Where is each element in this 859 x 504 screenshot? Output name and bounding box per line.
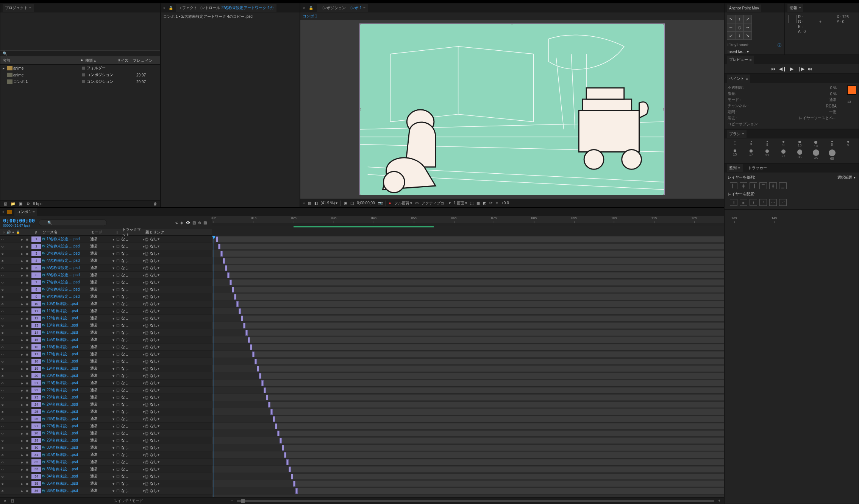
parent-dropdown[interactable]: @なし — [145, 481, 176, 486]
anchor-cell[interactable]: → — [743, 23, 752, 31]
track-matte-dropdown[interactable]: なし — [121, 452, 145, 457]
layer-bar[interactable] — [223, 258, 225, 264]
track-row[interactable] — [212, 480, 724, 487]
layer-bar[interactable] — [289, 467, 291, 472]
current-time-display[interactable]: 0;00;00;00 — [3, 218, 35, 224]
align-to-dropdown[interactable]: 選択範囲 ▾ — [837, 175, 856, 180]
channel-icon[interactable]: ● — [389, 201, 391, 205]
track-matte-dropdown[interactable]: なし — [121, 323, 145, 328]
brush-preset[interactable]: 9 — [776, 141, 791, 148]
visibility-toggle[interactable] — [0, 237, 5, 241]
track-matte-dropdown[interactable]: なし — [121, 474, 145, 479]
layer-source[interactable]: Ps8/名称未設定….psd — [42, 287, 90, 292]
blend-mode-dropdown[interactable]: 通常 — [90, 445, 114, 450]
track-row[interactable] — [212, 315, 724, 322]
zoom-in-icon[interactable]: + — [717, 498, 722, 504]
blend-mode-dropdown[interactable]: 通常 — [90, 438, 114, 443]
pickwhip-icon[interactable]: @ — [145, 324, 148, 328]
tracker-tab[interactable]: トラッカー — [746, 164, 769, 172]
blend-mode-dropdown[interactable]: 通常 — [90, 359, 114, 364]
comp-tool-2-icon[interactable]: ▦ — [476, 201, 480, 205]
pickwhip-icon[interactable]: @ — [145, 403, 148, 407]
track-row[interactable] — [212, 272, 724, 279]
zoom-out-icon[interactable]: − — [230, 498, 235, 504]
blend-mode-dropdown[interactable]: 通常 — [90, 488, 114, 493]
track-row[interactable] — [212, 344, 724, 351]
new-comp-icon[interactable]: ▣ — [18, 201, 23, 207]
track-matte-dropdown[interactable]: なし — [121, 380, 145, 386]
parent-dropdown[interactable]: @なし — [145, 366, 176, 371]
dist-4-icon[interactable]: ⋮ — [759, 199, 767, 206]
project-search-input[interactable] — [7, 51, 158, 56]
layer-row[interactable]: ▸■ 19 Ps19/名称未設….psd 通常 ☐ なし @なし — [0, 365, 212, 372]
layer-row[interactable]: ▸■ 5 Ps5/名称未設定….psd 通常 ☐ なし @なし — [0, 264, 212, 272]
pickwhip-icon[interactable]: @ — [145, 424, 148, 428]
composition-viewer[interactable] — [300, 20, 724, 199]
brush-preset[interactable]: 21 — [760, 149, 775, 160]
align-vcenter-icon[interactable]: ╋ — [769, 182, 777, 189]
views-dropdown[interactable]: 1 画面 ▾ — [454, 201, 467, 206]
layer-source[interactable]: Ps35/名称未設….psd — [42, 481, 90, 486]
blend-mode-dropdown[interactable]: 通常 — [90, 280, 114, 285]
blend-mode-dropdown[interactable]: 通常 — [90, 373, 114, 378]
blend-mode-dropdown[interactable]: 通常 — [90, 409, 114, 414]
anchor-cell[interactable]: ↑ — [735, 15, 743, 23]
blend-mode-dropdown[interactable]: 通常 — [90, 316, 114, 321]
layer-row[interactable]: ▸■ 29 Ps29/名称未設….psd 通常 ☐ なし @なし — [0, 437, 212, 444]
track-row[interactable] — [212, 451, 724, 459]
dist-5-icon[interactable]: ⋯ — [769, 199, 777, 206]
layer-source[interactable]: Ps30/名称未設….psd — [42, 445, 90, 450]
track-row[interactable] — [212, 387, 724, 394]
track-row[interactable] — [212, 250, 724, 257]
parent-dropdown[interactable]: @なし — [145, 395, 176, 400]
visibility-toggle[interactable] — [0, 338, 5, 342]
blend-mode-dropdown[interactable]: 通常 — [90, 402, 114, 407]
playhead[interactable] — [214, 236, 214, 497]
shy-icon[interactable]: 👁‍🗨 — [186, 221, 190, 225]
layer-row[interactable]: ▸■ 23 Ps23/名称未設….psd 通常 ☐ なし @なし — [0, 394, 212, 401]
layer-bar[interactable] — [275, 423, 277, 429]
layer-row[interactable]: ▸■ 27 Ps27/名称未設….psd 通常 ☐ なし @なし — [0, 423, 212, 430]
layer-bar[interactable] — [291, 474, 293, 479]
blend-mode-dropdown[interactable]: 通常 — [90, 265, 114, 271]
frame-blend-icon[interactable]: ▨ — [192, 221, 196, 225]
visibility-toggle[interactable] — [0, 280, 5, 285]
track-matte-dropdown[interactable]: なし — [121, 423, 145, 429]
paint-tab[interactable]: ペイント ≡ — [727, 75, 750, 83]
layer-source[interactable]: Ps26/名称未設….psd — [42, 416, 90, 422]
visibility-toggle[interactable] — [0, 381, 5, 385]
interpret-footage-icon[interactable]: ▧ — [3, 201, 8, 207]
layer-bar[interactable] — [239, 308, 241, 314]
quality-dropdown[interactable]: フル画質 ▾ — [394, 201, 412, 206]
layer-row[interactable]: ▸■ 10 Ps10/名称未設….psd 通常 ☐ なし @なし — [0, 300, 212, 308]
layer-source[interactable]: Ps18/名称未設….psd — [42, 359, 90, 364]
pickwhip-icon[interactable]: @ — [145, 338, 148, 342]
track-matte-dropdown[interactable]: なし — [121, 352, 145, 357]
track-matte-dropdown[interactable]: なし — [121, 244, 145, 249]
dist-6-icon[interactable]: ⋰ — [779, 199, 787, 206]
pickwhip-icon[interactable]: @ — [145, 280, 148, 285]
visibility-toggle[interactable] — [0, 295, 5, 299]
pickwhip-icon[interactable]: @ — [145, 453, 148, 457]
visibility-toggle[interactable] — [0, 252, 5, 256]
layer-row[interactable]: ▸■ 32 Ps32/名称未設….psd 通常 ☐ なし @なし — [0, 459, 212, 466]
track-row[interactable] — [212, 372, 724, 380]
brush-preset[interactable]: 5 — [760, 141, 775, 148]
track-row[interactable] — [212, 430, 724, 437]
layer-source[interactable]: Ps2/名称未設定….psd — [42, 244, 90, 249]
trash-icon[interactable]: 🗑 — [153, 201, 158, 207]
parent-dropdown[interactable]: @なし — [145, 459, 176, 465]
visibility-toggle[interactable] — [0, 266, 5, 270]
pickwhip-icon[interactable]: @ — [145, 446, 148, 450]
project-item[interactable]: コンポ 1 コンポジション 29.97 — [0, 78, 160, 85]
parent-dropdown[interactable]: @なし — [145, 344, 176, 350]
view-mode-icon[interactable]: ▭ — [415, 201, 419, 205]
layer-row[interactable]: ▸■ 18 Ps18/名称未設….psd 通常 ☐ なし @なし — [0, 358, 212, 365]
visibility-toggle[interactable] — [0, 345, 5, 349]
comp-tool-3-icon[interactable]: ◩ — [483, 201, 486, 205]
layer-source[interactable]: Ps34/名称未設….psd — [42, 474, 90, 479]
parent-dropdown[interactable]: @なし — [145, 387, 176, 393]
track-matte-dropdown[interactable]: なし — [121, 467, 145, 472]
layer-row[interactable]: ▸■ 17 Ps17/名称未設….psd 通常 ☐ なし @なし — [0, 351, 212, 358]
pickwhip-icon[interactable]: @ — [145, 252, 148, 256]
